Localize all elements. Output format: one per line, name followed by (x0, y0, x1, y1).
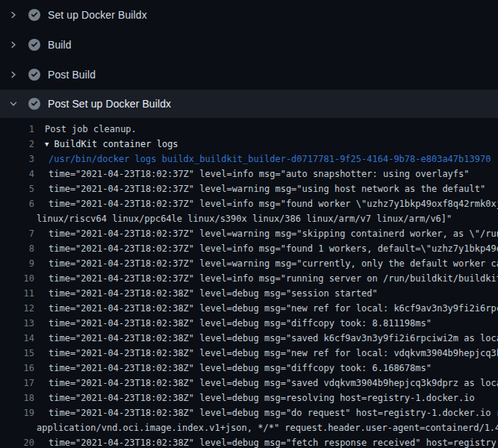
log-line: 5time="2021-04-23T18:02:37Z" level=warni… (0, 181, 498, 196)
log-text: time="2021-04-23T18:02:38Z" level=debug … (0, 286, 498, 301)
actions-log-page: { "colors": { "page_bg": "#0b0e14", "act… (0, 0, 498, 448)
log-line: 1Post job cleanup. (0, 122, 498, 137)
log-line: 4time="2021-04-23T18:02:37Z" level=info … (0, 167, 498, 181)
line-number[interactable]: 7 (0, 226, 34, 241)
check-circle-icon (28, 69, 40, 81)
check-circle-icon (28, 39, 40, 51)
line-number[interactable]: 6 (0, 196, 34, 211)
log-text: time="2021-04-23T18:02:38Z" level=debug … (0, 316, 498, 331)
log-text: time="2021-04-23T18:02:38Z" level=debug … (0, 376, 498, 391)
line-number[interactable]: 9 (0, 256, 34, 271)
line-number[interactable]: 19 (0, 405, 34, 420)
log-text: time="2021-04-23T18:02:38Z" level=debug … (0, 435, 498, 448)
log-text: time="2021-04-23T18:02:37Z" level=info m… (0, 271, 498, 286)
log-line: 10time="2021-04-23T18:02:37Z" level=info… (0, 271, 498, 286)
check-circle-icon (28, 9, 40, 21)
line-number[interactable]: 3 (0, 152, 34, 167)
log-text: time="2021-04-23T18:02:38Z" level=debug … (0, 405, 498, 420)
line-number[interactable]: 2 (0, 137, 34, 152)
log-text: time="2021-04-23T18:02:37Z" level=info m… (0, 241, 498, 256)
line-number[interactable]: 17 (0, 376, 34, 391)
log-text: linux/riscv64 linux/ppc64le linux/s390x … (0, 211, 498, 226)
log-line: 7time="2021-04-23T18:02:37Z" level=warni… (0, 226, 498, 241)
log-text: time="2021-04-23T18:02:37Z" level=warnin… (0, 181, 498, 196)
log-line: 15time="2021-04-23T18:02:38Z" level=debu… (0, 346, 498, 361)
line-number[interactable]: 12 (0, 301, 34, 316)
log-line: 17time="2021-04-23T18:02:38Z" level=debu… (0, 376, 498, 391)
step-label: Build (48, 39, 72, 51)
log-text: time="2021-04-23T18:02:37Z" level=info m… (0, 196, 498, 211)
line-number[interactable]: 16 (0, 361, 34, 376)
line-number[interactable]: 14 (0, 331, 34, 346)
log-group-header[interactable]: ▼BuildKit container logs (0, 137, 498, 152)
line-number[interactable]: 20 (0, 435, 34, 448)
chevron-right-icon[interactable] (9, 10, 18, 19)
group-collapse-icon[interactable]: ▼ (45, 137, 49, 152)
chevron-right-icon[interactable] (9, 40, 18, 49)
line-number[interactable]: 18 (0, 391, 34, 405)
log-text: time="2021-04-23T18:02:38Z" level=debug … (0, 346, 498, 361)
step-label: Set up Docker Buildx (48, 9, 147, 21)
step-label: Post Set up Docker Buildx (48, 98, 171, 110)
log-text: time="2021-04-23T18:02:37Z" level=warnin… (0, 226, 498, 241)
log-text: time="2021-04-23T18:02:38Z" level=debug … (0, 301, 498, 316)
step-row-post-build[interactable]: Post Build (0, 60, 498, 90)
log-text: time="2021-04-23T18:02:38Z" level=debug … (0, 391, 498, 405)
log-line: 3/usr/bin/docker logs buildx_buildkit_bu… (0, 152, 498, 167)
line-number[interactable]: 15 (0, 346, 34, 361)
log-line: 18time="2021-04-23T18:02:38Z" level=debu… (0, 391, 498, 405)
line-number[interactable]: 1 (0, 122, 34, 137)
step-row-post-set-up-docker-buildx[interactable]: Post Set up Docker Buildx (0, 90, 498, 118)
log-command-text: /usr/bin/docker logs buildx_buildkit_bui… (0, 152, 498, 167)
log-line: 14time="2021-04-23T18:02:38Z" level=debu… (0, 331, 498, 346)
log-line: 6time="2021-04-23T18:02:37Z" level=info … (0, 196, 498, 211)
check-circle-icon (28, 98, 40, 110)
group-title: BuildKit container logs (54, 139, 178, 149)
line-number[interactable]: 8 (0, 241, 34, 256)
log-text: time="2021-04-23T18:02:37Z" level=warnin… (0, 256, 498, 271)
log-line-continuation: linux/riscv64 linux/ppc64le linux/s390x … (0, 211, 498, 226)
line-number[interactable]: 5 (0, 181, 34, 196)
log-text: application/vnd.oci.image.index.v1+json,… (0, 420, 498, 435)
chevron-right-icon[interactable] (9, 70, 18, 79)
log-line: 2▼BuildKit container logs (0, 137, 498, 152)
log-line: 16time="2021-04-23T18:02:38Z" level=debu… (0, 361, 498, 376)
log-text: Post job cleanup. (0, 122, 498, 137)
log-line: 19time="2021-04-23T18:02:38Z" level=debu… (0, 405, 498, 420)
log-line-continuation: application/vnd.oci.image.index.v1+json,… (0, 420, 498, 435)
line-number[interactable]: 4 (0, 167, 34, 181)
steps-list: Set up Docker BuildxBuildPost BuildPost … (0, 0, 498, 118)
log-line: 13time="2021-04-23T18:02:38Z" level=debu… (0, 316, 498, 331)
log-line: 12time="2021-04-23T18:02:38Z" level=debu… (0, 301, 498, 316)
log-area: 1Post job cleanup.2▼BuildKit container l… (0, 118, 498, 448)
step-row-set-up-docker-buildx[interactable]: Set up Docker Buildx (0, 0, 498, 30)
log-text: time="2021-04-23T18:02:38Z" level=debug … (0, 331, 498, 346)
step-label: Post Build (48, 69, 96, 81)
line-number[interactable]: 11 (0, 286, 34, 301)
log-text: time="2021-04-23T18:02:37Z" level=info m… (0, 167, 498, 181)
log-text: time="2021-04-23T18:02:38Z" level=debug … (0, 361, 498, 376)
log-line: 9time="2021-04-23T18:02:37Z" level=warni… (0, 256, 498, 271)
log-line: 8time="2021-04-23T18:02:37Z" level=info … (0, 241, 498, 256)
line-number[interactable]: 10 (0, 271, 34, 286)
log-line: 11time="2021-04-23T18:02:38Z" level=debu… (0, 286, 498, 301)
line-number[interactable]: 13 (0, 316, 34, 331)
step-row-build[interactable]: Build (0, 30, 498, 60)
chevron-down-icon[interactable] (9, 99, 18, 108)
log-line: 20time="2021-04-23T18:02:38Z" level=debu… (0, 435, 498, 448)
